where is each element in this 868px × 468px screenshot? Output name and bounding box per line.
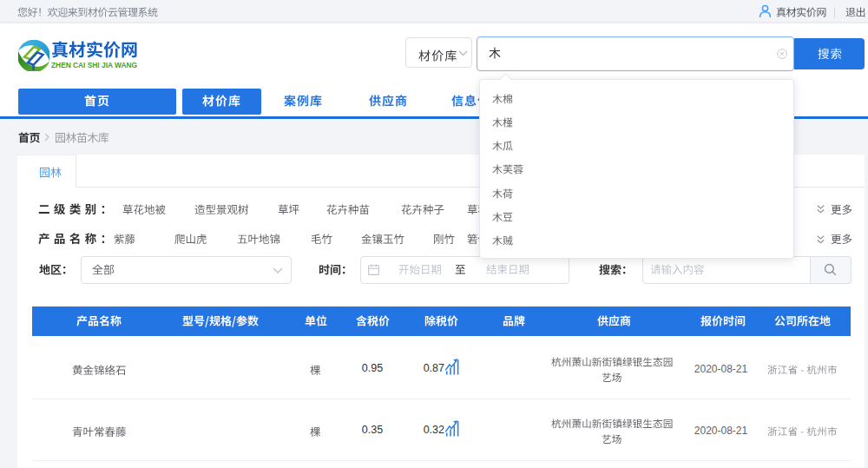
svg-text:ZHEN CAI SHI JIA WANG: ZHEN CAI SHI JIA WANG [51,61,137,69]
